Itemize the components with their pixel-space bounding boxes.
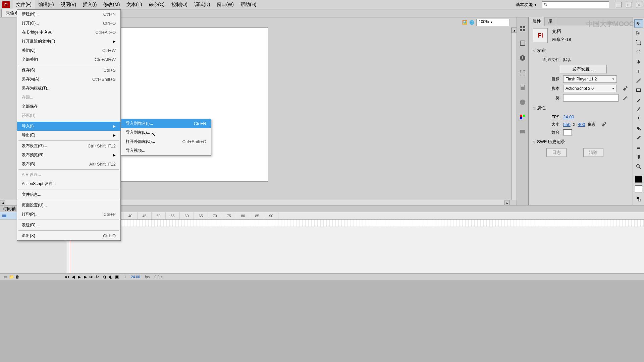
- new-folder-button[interactable]: 📁: [9, 274, 14, 280]
- workspace-selector[interactable]: 基本功能 ▾: [513, 1, 539, 8]
- scroll-left-arrow[interactable]: ◂: [0, 200, 5, 205]
- file-menu-item[interactable]: 另存为模板(T)...: [17, 84, 120, 93]
- eyedropper-tool[interactable]: [634, 134, 643, 142]
- maximize-button[interactable]: □: [626, 2, 632, 7]
- edit-multiple-button[interactable]: ▣: [114, 274, 119, 280]
- dock-bound-icon[interactable]: [518, 68, 527, 77]
- step-back[interactable]: ◀: [70, 274, 76, 280]
- pen-tool[interactable]: [634, 58, 643, 66]
- hand-tool[interactable]: [634, 153, 643, 161]
- new-layer-button[interactable]: ▭: [3, 274, 8, 280]
- minimize-button[interactable]: —: [616, 2, 622, 7]
- target-select[interactable]: Flash Player 11.2: [563, 75, 617, 83]
- close-button[interactable]: ✕: [636, 2, 642, 7]
- file-menu-item[interactable]: 关闭(C)Ctrl+W: [17, 46, 120, 55]
- dock-color-icon[interactable]: [518, 98, 527, 107]
- menu-insert[interactable]: 插入(I): [79, 0, 100, 9]
- height-value[interactable]: 400: [578, 122, 585, 127]
- menu-commands[interactable]: 命令(C): [145, 0, 168, 9]
- delete-layer-button[interactable]: 🗑: [15, 274, 20, 280]
- publish-settings-button[interactable]: 发布设置 ...: [560, 65, 607, 73]
- stage-globe-icon[interactable]: 🌐: [469, 20, 474, 25]
- onion-outline-button[interactable]: ◐: [108, 274, 113, 280]
- goto-last-frame[interactable]: ⏭: [89, 274, 94, 280]
- file-menu-item[interactable]: 新建(N)...Ctrl+N: [17, 10, 120, 19]
- tab-library[interactable]: 库: [545, 17, 556, 26]
- dock-components-icon[interactable]: [518, 127, 527, 136]
- file-menu-item[interactable]: 在 Bridge 中浏览Ctrl+Alt+O: [17, 28, 120, 37]
- section-attributes[interactable]: 属性: [533, 104, 629, 112]
- file-menu-item[interactable]: 打开(O)...Ctrl+O: [17, 19, 120, 28]
- file-menu-item[interactable]: 全部保存: [17, 102, 120, 111]
- file-menu-item[interactable]: 发布预览(R)▶: [17, 150, 120, 160]
- class-input[interactable]: [563, 94, 619, 102]
- fps-value[interactable]: 24.00: [563, 114, 574, 119]
- menu-modify[interactable]: 修改(M): [100, 0, 123, 9]
- eraser-tool[interactable]: [634, 143, 643, 151]
- import-submenu-item[interactable]: 导入视频...: [121, 146, 211, 155]
- goto-first-frame[interactable]: ⏮: [64, 274, 70, 280]
- play-button[interactable]: ▶: [76, 274, 82, 280]
- search-input[interactable]: [542, 1, 609, 8]
- import-submenu-item[interactable]: 导入到库(L)...: [121, 128, 211, 137]
- text-tool[interactable]: T: [634, 67, 643, 75]
- subselection-tool[interactable]: [634, 29, 643, 37]
- file-menu-item[interactable]: 打印(P)...Ctrl+P: [17, 210, 120, 219]
- stroke-color-swatch[interactable]: [635, 176, 642, 183]
- tab-properties[interactable]: 属性: [529, 17, 545, 26]
- dock-info-icon[interactable]: i: [518, 54, 527, 62]
- menu-debug[interactable]: 调试(D): [191, 0, 213, 9]
- file-menu-item[interactable]: 文件信息...: [17, 190, 120, 199]
- scroll-right-arrow[interactable]: ▸: [504, 200, 510, 205]
- file-menu-item[interactable]: 保存(S)Ctrl+S: [17, 66, 120, 75]
- import-submenu-item[interactable]: 打开外部库(O)...Ctrl+Shift+O: [121, 137, 211, 146]
- dock-transform-icon[interactable]: [518, 39, 527, 48]
- menu-control[interactable]: 控制(O): [168, 0, 191, 9]
- log-button[interactable]: 日志: [546, 148, 567, 157]
- menu-help[interactable]: 帮助(H): [237, 0, 260, 9]
- fill-color-swatch[interactable]: [635, 185, 642, 192]
- loop-button[interactable]: ↻: [95, 274, 100, 280]
- dock-library-icon[interactable]: [518, 83, 527, 92]
- file-menu-item[interactable]: 另存为(A)...Ctrl+Shift+S: [17, 75, 120, 84]
- clear-button[interactable]: 清除: [583, 148, 603, 157]
- frame-row[interactable]: [67, 220, 644, 227]
- import-submenu-item[interactable]: 导入到舞台(I)...Ctrl+R: [121, 119, 211, 128]
- file-menu-item[interactable]: 打开最近的文件(F)▶: [17, 37, 120, 46]
- file-menu-item[interactable]: 退出(X)Ctrl+Q: [17, 231, 120, 240]
- dock-swatches-icon[interactable]: [518, 113, 527, 121]
- file-menu-item[interactable]: ActionScript 设置...: [17, 179, 120, 188]
- paint-bucket-tool[interactable]: [634, 124, 643, 132]
- menu-view[interactable]: 视图(V): [57, 0, 80, 9]
- file-menu-item[interactable]: 发布设置(G)...Ctrl+Shift+F12: [17, 141, 120, 150]
- zoom-tool[interactable]: [634, 162, 643, 170]
- section-publish[interactable]: 发布: [533, 46, 629, 55]
- scroll-up-arrow[interactable]: ▴: [512, 27, 517, 33]
- menu-edit[interactable]: 编辑(E): [35, 0, 57, 9]
- section-swf-history[interactable]: SWF 历史记录: [533, 137, 629, 146]
- file-menu-item[interactable]: 发送(D)...: [17, 221, 120, 230]
- brush-tool[interactable]: [634, 105, 643, 113]
- file-menu-item[interactable]: 导入(I)▶: [17, 122, 120, 131]
- file-menu-item[interactable]: 全部关闭Ctrl+Alt+W: [17, 55, 120, 64]
- file-menu-item[interactable]: 发布(B)Alt+Shift+F12: [17, 160, 120, 169]
- line-tool[interactable]: [634, 77, 643, 85]
- script-select[interactable]: ActionScript 3.0: [563, 85, 617, 92]
- stage-color-swatch[interactable]: [563, 129, 572, 135]
- lasso-tool[interactable]: [634, 48, 643, 56]
- dock-align-icon[interactable]: [518, 24, 527, 33]
- zoom-select[interactable]: 100% ▼: [476, 19, 510, 26]
- step-forward[interactable]: ▶: [83, 274, 88, 280]
- file-menu-item[interactable]: 导出(E)▶: [17, 131, 120, 140]
- vertical-scrollbar[interactable]: ▴: [511, 27, 517, 200]
- onion-skin-button[interactable]: ◑: [102, 274, 107, 280]
- rectangle-tool[interactable]: [634, 86, 643, 94]
- menu-text[interactable]: 文本(T): [123, 0, 145, 9]
- pencil-icon[interactable]: [623, 95, 629, 101]
- frame-ruler[interactable]: 202530354045505560657075808590: [67, 212, 644, 220]
- menu-window[interactable]: 窗口(W): [213, 0, 237, 9]
- free-transform-tool[interactable]: [634, 39, 643, 47]
- file-menu-item[interactable]: 页面设置(U)...: [17, 201, 120, 210]
- pencil-tool[interactable]: [634, 96, 643, 104]
- stage-color-icon[interactable]: 🖼️: [462, 20, 467, 25]
